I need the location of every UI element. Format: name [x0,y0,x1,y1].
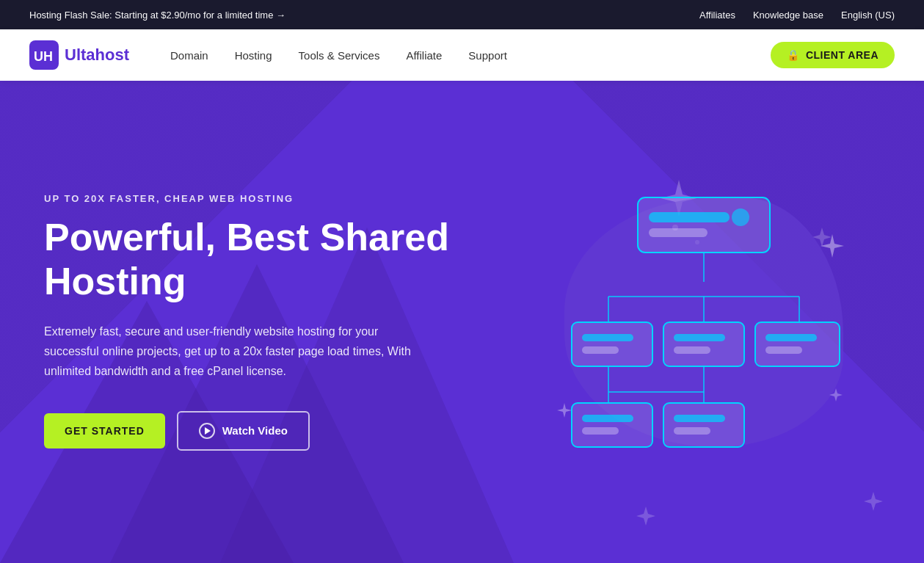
svg-rect-35 [674,427,710,435]
affiliates-link[interactable]: Affiliates [699,10,735,21]
hero-section: UP TO 20X FASTER, CHEAP WEB HOSTING Powe… [0,81,924,563]
watch-video-button[interactable]: Watch Video [177,411,310,451]
svg-rect-18 [582,346,619,354]
svg-point-9 [732,208,749,226]
svg-rect-7 [638,197,770,253]
nav-domain[interactable]: Domain [159,29,220,81]
watch-video-label: Watch Video [222,424,288,437]
svg-rect-22 [755,322,840,366]
nav-tools[interactable]: Tools & Services [287,29,392,81]
top-bar: Hosting Flash Sale: Starting at $2.90/mo… [0,0,924,29]
logo-text: Ultahost [65,46,129,65]
client-area-label: CLIENT AREA [806,49,878,61]
svg-rect-31 [582,415,633,422]
nav-links: Domain Hosting Tools & Services Affiliat… [159,29,771,81]
play-icon [199,423,215,439]
logo[interactable]: UH Ultahost [29,40,129,70]
hero-illustration [484,161,925,484]
promo-banner: Hosting Flash Sale: Starting at $2.90/mo… [29,10,285,21]
get-started-button[interactable]: GET STARTED [44,413,165,448]
language-selector[interactable]: English (US) [841,10,895,21]
nav-hosting[interactable]: Hosting [223,29,284,81]
client-area-button[interactable]: 🔒 CLIENT AREA [771,42,895,68]
hero-buttons: GET STARTED Watch Video [44,411,484,451]
knowledge-base-link[interactable]: Knowledge base [753,10,823,21]
nav-affiliate[interactable]: Affiliate [394,29,454,81]
svg-rect-32 [582,427,619,435]
hero-title: Powerful, Best Shared Hosting [44,216,484,304]
svg-rect-17 [582,334,633,341]
hero-subtitle: UP TO 20X FASTER, CHEAP WEB HOSTING [44,193,484,204]
svg-text:UH: UH [34,49,53,64]
lock-icon: 🔒 [787,49,800,61]
svg-rect-21 [674,346,710,354]
svg-rect-34 [674,415,725,422]
svg-rect-30 [572,403,652,447]
main-nav: UH Ultahost Domain Hosting Tools & Servi… [0,29,924,81]
svg-rect-24 [765,346,802,354]
play-triangle [205,427,211,435]
hero-description: Extremely fast, secure and user-friendly… [44,322,411,382]
hero-content: UP TO 20X FASTER, CHEAP WEB HOSTING Powe… [44,193,484,450]
top-bar-links: Affiliates Knowledge base English (US) [699,10,895,21]
svg-rect-10 [649,228,707,237]
nav-support[interactable]: Support [456,29,519,81]
svg-rect-16 [572,322,652,366]
svg-rect-23 [765,334,817,341]
promo-text: Hosting Flash Sale: Starting at $2.90/mo… [29,10,285,21]
svg-rect-8 [649,212,730,222]
svg-rect-19 [663,322,744,366]
svg-rect-20 [674,334,725,341]
server-diagram [550,175,858,469]
svg-rect-33 [663,403,744,447]
logo-icon: UH [29,40,59,70]
illustration-wrapper [542,161,865,484]
